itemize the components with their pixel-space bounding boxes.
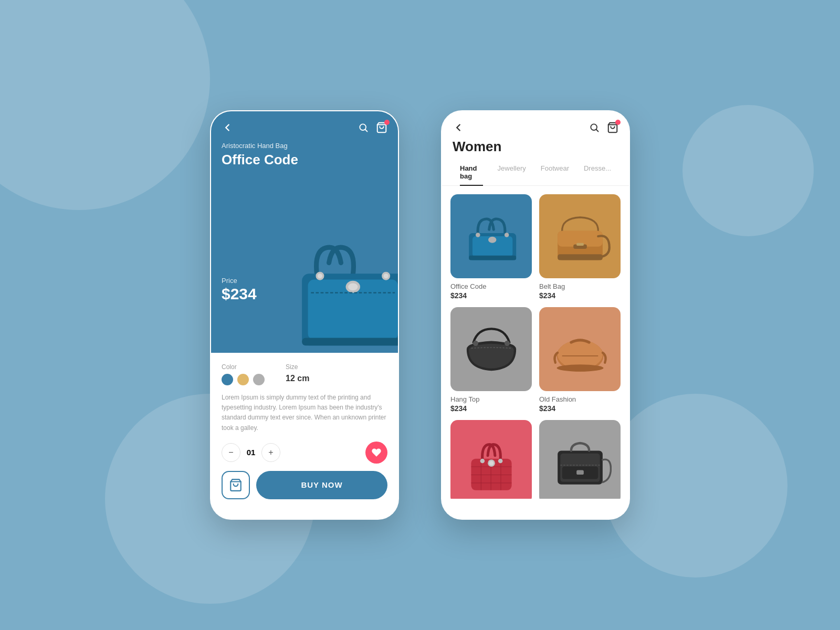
color-blue[interactable] bbox=[222, 374, 233, 385]
right-phone: Women Hand bag Jewellery Footwear Dresse… bbox=[441, 110, 630, 520]
svg-point-28 bbox=[472, 341, 478, 346]
product-image-hang-top bbox=[450, 307, 532, 391]
product-name-old-fashion: Old Fashion bbox=[539, 395, 621, 403]
color-section: Color bbox=[222, 363, 265, 385]
buy-now-button[interactable]: BUY NOW bbox=[256, 471, 387, 499]
bg-decoration-1 bbox=[0, 0, 210, 210]
product-name-belt-bag: Belt Bag bbox=[539, 282, 621, 290]
color-size-row: Color Size 12 cm bbox=[222, 363, 387, 385]
product-image-old-fashion bbox=[539, 307, 621, 391]
quantity-display: 01 bbox=[240, 448, 261, 457]
tab-footwear[interactable]: Footwear bbox=[533, 160, 576, 185]
wishlist-button[interactable] bbox=[365, 442, 387, 464]
quantity-controls: − 01 + bbox=[222, 443, 280, 462]
svg-point-33 bbox=[556, 364, 603, 372]
right-phone-header bbox=[442, 111, 629, 139]
right-header-actions bbox=[589, 122, 618, 133]
cart-badge bbox=[384, 120, 390, 125]
price-label: Price bbox=[222, 277, 237, 285]
right-cart-badge bbox=[615, 120, 621, 125]
product-price-office-code: $234 bbox=[450, 291, 532, 300]
product-name-office-code: Office Code bbox=[450, 282, 532, 290]
svg-point-21 bbox=[476, 233, 480, 237]
color-gold[interactable] bbox=[237, 374, 249, 385]
tab-jewellery[interactable]: Jewellery bbox=[490, 160, 533, 185]
svg-point-11 bbox=[384, 274, 388, 278]
svg-point-9 bbox=[318, 274, 322, 278]
bg-decoration-3 bbox=[604, 394, 788, 578]
products-grid: Office Code $234 bbox=[442, 194, 629, 499]
phones-container: Aristocratic Hand Bag Office Code bbox=[210, 110, 630, 520]
product-image bbox=[272, 227, 398, 353]
product-price-hang-top: $234 bbox=[450, 404, 532, 413]
product-card-old-fashion[interactable]: Old Fashion $234 bbox=[539, 307, 621, 413]
product-price-belt-bag: $234 bbox=[539, 291, 621, 300]
product-header-section: Aristocratic Hand Bag Office Code bbox=[211, 111, 398, 353]
back-icon[interactable] bbox=[222, 122, 233, 133]
svg-point-6 bbox=[348, 283, 358, 290]
left-phone-header bbox=[222, 122, 387, 133]
product-card-hang-top[interactable]: Hang Top $234 bbox=[450, 307, 532, 413]
product-image-red-classic bbox=[450, 420, 532, 499]
quantity-row: − 01 + bbox=[222, 442, 387, 464]
size-label: Size bbox=[286, 363, 309, 371]
product-price-old-fashion: $234 bbox=[539, 404, 621, 413]
left-phone: Aristocratic Hand Bag Office Code bbox=[210, 110, 399, 520]
size-value: 12 cm bbox=[286, 374, 309, 383]
svg-point-43 bbox=[480, 458, 485, 463]
product-image-dark-laptop bbox=[539, 420, 621, 499]
svg-rect-27 bbox=[558, 254, 603, 260]
price-value: $234 bbox=[222, 285, 257, 303]
svg-rect-49 bbox=[576, 470, 584, 475]
svg-point-42 bbox=[489, 460, 494, 465]
right-cart-icon[interactable] bbox=[607, 122, 618, 133]
product-description: Lorem Ipsum is simply dummy text of the … bbox=[222, 393, 387, 433]
cart-icon[interactable] bbox=[376, 122, 387, 133]
product-image-belt-bag bbox=[539, 194, 621, 278]
right-back-icon[interactable] bbox=[453, 122, 464, 133]
product-details-section: Color Size 12 cm Lorem Ipsum is simply d… bbox=[211, 353, 398, 520]
tab-dresses[interactable]: Dresse... bbox=[576, 160, 618, 185]
color-gray[interactable] bbox=[253, 374, 265, 385]
product-card-red-classic[interactable]: Red Classic $234 bbox=[450, 420, 532, 499]
category-tabs: Hand bag Jewellery Footwear Dresse... bbox=[442, 160, 629, 186]
svg-point-44 bbox=[498, 458, 502, 463]
header-actions bbox=[358, 122, 387, 133]
svg-point-22 bbox=[504, 233, 509, 237]
product-card-dark-laptop[interactable]: Dark Laptop $234 bbox=[539, 420, 621, 499]
svg-point-29 bbox=[504, 341, 509, 346]
action-row: BUY NOW bbox=[222, 471, 387, 499]
right-search-icon[interactable] bbox=[589, 122, 600, 133]
color-label: Color bbox=[222, 363, 265, 371]
svg-line-1 bbox=[365, 130, 368, 132]
product-title: Office Code bbox=[222, 152, 387, 168]
color-options bbox=[222, 374, 265, 385]
tab-handbag[interactable]: Hand bag bbox=[453, 160, 490, 185]
product-card-office-code[interactable]: Office Code $234 bbox=[450, 194, 532, 300]
svg-rect-26 bbox=[576, 243, 584, 246]
product-subtitle: Aristocratic Hand Bag bbox=[222, 142, 387, 150]
svg-rect-20 bbox=[469, 256, 516, 260]
quantity-decrease-button[interactable]: − bbox=[222, 443, 240, 462]
page-title: Women bbox=[442, 139, 629, 160]
size-section: Size 12 cm bbox=[286, 363, 309, 385]
search-icon[interactable] bbox=[358, 122, 369, 133]
svg-line-15 bbox=[596, 130, 598, 132]
quantity-increase-button[interactable]: + bbox=[261, 443, 280, 462]
svg-rect-7 bbox=[302, 338, 398, 345]
add-to-cart-button[interactable] bbox=[222, 471, 250, 499]
bg-decoration-4 bbox=[682, 105, 814, 236]
svg-point-19 bbox=[488, 237, 496, 243]
product-name-hang-top: Hang Top bbox=[450, 395, 532, 403]
product-card-belt-bag[interactable]: Belt Bag $234 bbox=[539, 194, 621, 300]
product-image-office-code bbox=[450, 194, 532, 278]
